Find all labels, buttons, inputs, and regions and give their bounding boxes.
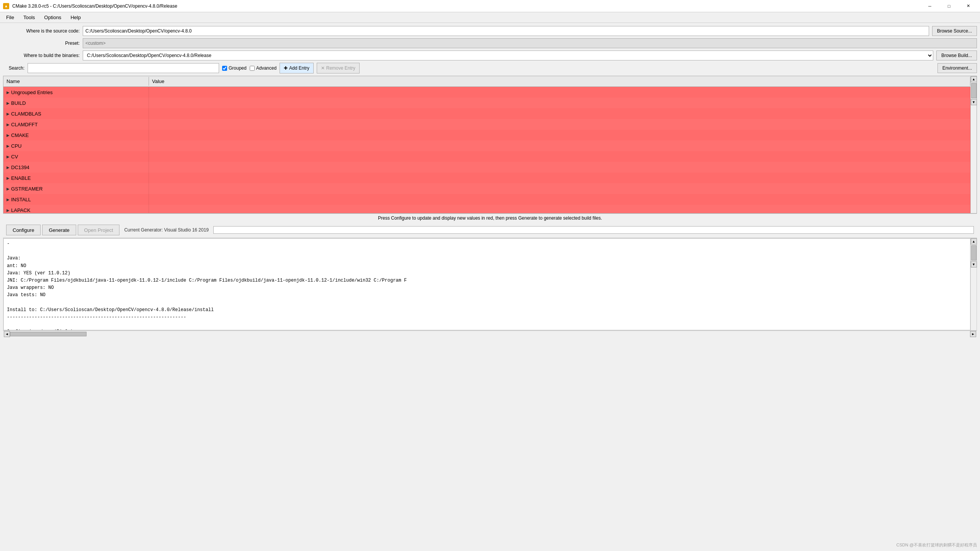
header-value: Value [149, 77, 970, 86]
preset-row: Preset: [3, 38, 977, 48]
close-button[interactable]: ✕ [959, 0, 977, 12]
table-cell-value [149, 108, 970, 119]
remove-entry-button[interactable]: ✕ Remove Entry [317, 63, 360, 73]
table-cell-name: ▶ INSTALL [3, 194, 149, 205]
scroll-down-button[interactable]: ▼ [971, 99, 977, 105]
table-cell-value [149, 151, 970, 162]
grouped-checkbox[interactable] [222, 66, 227, 71]
minimize-button[interactable]: ─ [921, 0, 939, 12]
log-scroll-up[interactable]: ▲ [971, 238, 977, 245]
advanced-checkbox[interactable] [250, 66, 255, 71]
generator-text: Current Generator: Visual Studio 16 2019 [124, 227, 209, 233]
table-cell-name: ▶ GSTREAMER [3, 183, 149, 194]
table-cell-value [149, 194, 970, 205]
preset-label: Preset: [3, 41, 80, 46]
table-row[interactable]: ▶ ENABLE [3, 173, 970, 183]
table-row[interactable]: ▶ INSTALL [3, 194, 970, 205]
table-cell-value [149, 183, 970, 194]
status-message: Press Configure to update and display ne… [378, 215, 602, 221]
window-controls: ─ □ ✕ [921, 0, 977, 12]
advanced-label: Advanced [256, 65, 276, 71]
window-title: CMake 3.28.0-rc5 - C:/Users/Scolioscan/D… [12, 3, 918, 9]
scroll-right-button[interactable]: ► [970, 331, 976, 337]
table-cell-name: ▶ ENABLE [3, 173, 149, 183]
table-cell-value [149, 119, 970, 130]
advanced-checkbox-label[interactable]: Advanced [250, 65, 276, 71]
build-select[interactable]: C:/Users/Scolioscan/Desktop/OpenCV/openc… [83, 51, 933, 60]
expand-arrow: ▶ [7, 122, 10, 127]
expand-arrow: ▶ [7, 144, 10, 148]
scroll-thumb[interactable] [971, 83, 977, 98]
log-scrollbar-horizontal[interactable]: ◄ ► [3, 331, 977, 337]
table-cell-name: ▶ CLAMDBLAS [3, 108, 149, 119]
expand-arrow: ▶ [7, 187, 10, 191]
table-cell-value [149, 130, 970, 140]
open-project-button[interactable]: Open Project [78, 225, 120, 235]
scroll-h-thumb[interactable] [10, 332, 87, 336]
log-scroll-thumb[interactable] [971, 245, 977, 261]
generate-button[interactable]: Generate [42, 225, 76, 235]
menu-file[interactable]: File [2, 12, 19, 23]
table-row[interactable]: ▶ CLAMDBLAS [3, 108, 970, 119]
configure-button[interactable]: Configure [6, 225, 41, 235]
table-row[interactable]: ▶ BUILD [3, 98, 970, 108]
scroll-up-button[interactable]: ▲ [971, 76, 977, 82]
table-cell-name: ▶ CPU [3, 140, 149, 151]
expand-arrow: ▶ [7, 90, 10, 95]
build-label: Where to build the binaries: [3, 53, 80, 58]
table-row[interactable]: ▶ LAPACK [3, 205, 970, 213]
table-cell-value [149, 205, 970, 213]
expand-arrow: ▶ [7, 112, 10, 116]
watermark: CSDN @不喜欢打篮球的刺猬不是好程序员 [897, 542, 977, 548]
title-bar: ▲ CMake 3.28.0-rc5 - C:/Users/Scolioscan… [0, 0, 980, 12]
maximize-button[interactable]: □ [940, 0, 958, 12]
table-cell-value [149, 98, 970, 108]
table-row[interactable]: ▶ CMAKE [3, 130, 970, 140]
expand-arrow: ▶ [7, 133, 10, 137]
log-container: - Java: ant: NO Java: YES (ver 11.0.12) … [3, 238, 977, 331]
build-row: Where to build the binaries: C:/Users/Sc… [3, 51, 977, 60]
search-input[interactable] [28, 63, 219, 73]
log-area[interactable]: - Java: ant: NO Java: YES (ver 11.0.12) … [3, 238, 970, 330]
log-scrollbar[interactable]: ▲ ▼ [970, 238, 977, 330]
browse-source-button[interactable]: Browse Source... [932, 26, 977, 36]
add-icon: ✚ [284, 65, 288, 71]
table-cell-name: ▶ DC1394 [3, 162, 149, 173]
progress-bar [213, 226, 974, 234]
add-entry-button[interactable]: ✚ Add Entry [280, 63, 314, 73]
header-name: Name [3, 77, 149, 86]
table-cell-name: ▶ Ungrouped Entries [3, 87, 149, 98]
cmake-table: Name Value ▶ Ungrouped Entries ▶ BUILD ▶… [3, 76, 977, 214]
table-row[interactable]: ▶ CLAMDFFT [3, 119, 970, 130]
environment-button[interactable]: Environment... [937, 63, 977, 73]
grouped-label: Grouped [229, 65, 247, 71]
app-icon: ▲ [3, 3, 9, 9]
expand-arrow: ▶ [7, 165, 10, 170]
browse-build-button[interactable]: Browse Build... [936, 51, 977, 60]
table-body: ▶ Ungrouped Entries ▶ BUILD ▶ CLAMDBLAS … [3, 87, 970, 213]
table-row[interactable]: ▶ Ungrouped Entries [3, 87, 970, 98]
status-bar: Press Configure to update and display ne… [3, 214, 977, 222]
menu-bar: File Tools Options Help [0, 12, 980, 23]
scroll-left-button[interactable]: ◄ [4, 331, 10, 337]
source-input[interactable] [83, 26, 929, 36]
table-row[interactable]: ▶ DC1394 [3, 162, 970, 173]
search-label: Search: [3, 65, 25, 71]
table-scrollbar[interactable]: ▲ ▼ [970, 76, 977, 213]
toolbar-row: Search: Grouped Advanced ✚ Add Entry ✕ R… [3, 63, 977, 73]
table-row[interactable]: ▶ CPU [3, 140, 970, 151]
table-cell-value [149, 162, 970, 173]
table-inner: Name Value ▶ Ungrouped Entries ▶ BUILD ▶… [3, 76, 970, 213]
table-cell-name: ▶ CLAMDFFT [3, 119, 149, 130]
table-row[interactable]: ▶ GSTREAMER [3, 183, 970, 194]
log-scroll-down[interactable]: ▼ [971, 261, 977, 267]
table-cell-name: ▶ CV [3, 151, 149, 162]
menu-options[interactable]: Options [39, 12, 66, 23]
preset-input [83, 38, 977, 48]
table-row[interactable]: ▶ CV [3, 151, 970, 162]
menu-help[interactable]: Help [66, 12, 85, 23]
menu-tools[interactable]: Tools [19, 12, 39, 23]
expand-arrow: ▶ [7, 197, 10, 202]
expand-arrow: ▶ [7, 208, 10, 212]
grouped-checkbox-label[interactable]: Grouped [222, 65, 247, 71]
